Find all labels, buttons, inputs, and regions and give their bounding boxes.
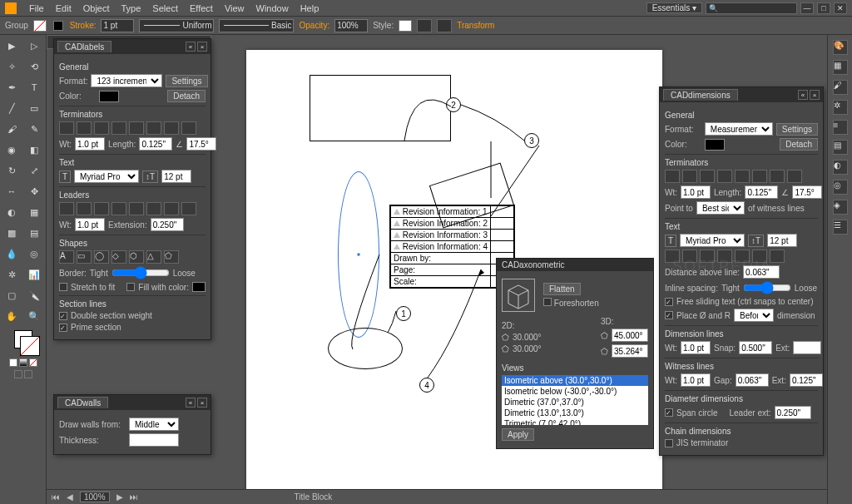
close-button[interactable]: ✕	[834, 2, 847, 14]
brush-uniform[interactable]: Uniform	[139, 19, 214, 32]
dim-font-size-input[interactable]	[767, 234, 797, 247]
graphic-styles-panel-icon[interactable]: ◈	[833, 200, 848, 215]
length-input[interactable]	[139, 137, 172, 151]
paintbrush-tool[interactable]: 🖌	[2, 120, 22, 138]
workspace-switcher[interactable]: Essentials ▾	[646, 2, 702, 13]
gradient-panel-icon[interactable]: ▤	[833, 140, 848, 155]
dim-format-select[interactable]: Measurement	[705, 122, 773, 136]
3d-icon-2[interactable]: ⬠	[601, 347, 608, 356]
cad-dimensions-tab[interactable]: CADdimensions	[663, 89, 738, 101]
settings-button[interactable]: Settings	[166, 75, 207, 87]
eyedropper-tool[interactable]: 💧	[2, 245, 22, 263]
transform-label[interactable]: Transform	[457, 21, 494, 30]
layers-panel-icon[interactable]: ☰	[833, 220, 848, 235]
zoom-level[interactable]: 100%	[80, 492, 110, 502]
menu-edit[interactable]: Edit	[50, 3, 77, 13]
swatches-panel-icon[interactable]: ▦	[833, 60, 848, 75]
artboard-nav-last-icon[interactable]: ⏭	[130, 492, 138, 502]
gradient-tool[interactable]: ▤	[24, 224, 44, 242]
wt-input[interactable]	[75, 137, 105, 151]
dim-detach-button[interactable]: Detach	[780, 138, 818, 151]
pen-tool[interactable]: ✒	[2, 78, 22, 96]
format-select[interactable]: 123 incremental	[91, 74, 162, 87]
views-list[interactable]: Isometric above (30.0°,30.0°) Isometric …	[502, 375, 648, 425]
blend-tool[interactable]: ◎	[24, 245, 44, 263]
leader-ext-input[interactable]	[775, 406, 811, 419]
artboard-nav-first-icon[interactable]: ⏮	[52, 492, 60, 502]
color-panel-icon[interactable]: 🎨	[833, 40, 848, 55]
mesh-tool[interactable]: ▩	[2, 224, 22, 242]
minimize-button[interactable]: —	[800, 2, 814, 14]
menu-window[interactable]: Window	[250, 3, 295, 13]
menu-type[interactable]: Type	[116, 3, 147, 13]
artboard-nav-prev-icon[interactable]: ◀	[67, 492, 73, 502]
flatten-button[interactable]: Flatten	[543, 283, 581, 295]
fill-color-swatch[interactable]	[192, 282, 206, 292]
screen-mode-buttons[interactable]	[14, 370, 32, 378]
pencil-tool[interactable]: ✎	[24, 120, 44, 138]
3d-icon-1[interactable]: ⬠	[601, 331, 608, 340]
border-slider[interactable]	[111, 266, 170, 279]
slice-tool[interactable]: 🔪	[24, 286, 44, 304]
magic-wand-tool[interactable]: ✧	[2, 57, 22, 76]
gap-input[interactable]	[736, 373, 769, 387]
dimline-ext-input[interactable]	[793, 341, 821, 354]
span-circle-checkbox[interactable]	[665, 408, 673, 417]
shape-builder-tool[interactable]: ◐	[2, 203, 22, 221]
terminator-icons[interactable]	[59, 121, 206, 135]
eraser-tool[interactable]: ◧	[24, 141, 44, 159]
dim-terminator-icons[interactable]	[665, 170, 818, 183]
zoom-tool[interactable]: 🔍	[24, 307, 44, 325]
perspective-tool[interactable]: ▦	[24, 203, 44, 221]
color-mode-buttons[interactable]	[9, 358, 37, 367]
angle-input[interactable]	[186, 137, 216, 151]
extension-input[interactable]	[151, 218, 184, 231]
dim-settings-button[interactable]: Settings	[776, 123, 818, 136]
direct-selection-tool[interactable]: ▷	[24, 37, 44, 55]
witness-ext-input[interactable]	[790, 373, 823, 387]
graphic-style-basic[interactable]: Basic	[219, 19, 294, 32]
leader-style-icons[interactable]	[59, 202, 206, 215]
dim-text-icon[interactable]: T	[665, 235, 676, 247]
3d-angle-2-input[interactable]	[612, 344, 648, 358]
dimline-wt-input[interactable]	[681, 341, 711, 354]
grid-icon[interactable]	[356, 2, 369, 14]
dim-text-size-icon[interactable]: ↕T	[748, 235, 764, 247]
menu-effect[interactable]: Effect	[184, 3, 219, 13]
prime-section-checkbox[interactable]	[59, 324, 67, 332]
dim-font-select[interactable]: Myriad Pro	[680, 234, 745, 247]
fill-swatch[interactable]	[33, 20, 47, 32]
draw-walls-select[interactable]: Middle	[129, 418, 179, 431]
recolor-icon[interactable]	[417, 19, 432, 32]
free-transform-tool[interactable]: ✥	[24, 182, 44, 200]
stroke-panel-icon[interactable]: ≡	[833, 120, 848, 135]
pointto-select[interactable]: Best side	[696, 201, 745, 215]
place-diameter-checkbox[interactable]	[665, 311, 673, 319]
dim-close-icon[interactable]: ×	[810, 90, 820, 100]
lasso-tool[interactable]: ⟲	[24, 57, 44, 76]
walls-close-icon[interactable]: ×	[197, 398, 207, 408]
2d-icon-2[interactable]: ⬠	[502, 344, 509, 353]
line-tool[interactable]: ╱	[2, 99, 22, 117]
dim-collapse-icon[interactable]: «	[798, 90, 808, 100]
stretch-checkbox[interactable]	[59, 283, 67, 291]
rotate-tool[interactable]: ↻	[2, 161, 22, 180]
menu-object[interactable]: Object	[77, 3, 116, 13]
dim-wt-input[interactable]	[681, 185, 711, 199]
axon-delete-icon[interactable]	[637, 429, 648, 441]
leader-wt-input[interactable]	[75, 218, 105, 231]
walls-collapse-icon[interactable]: «	[186, 398, 196, 408]
free-sliding-checkbox[interactable]	[665, 298, 673, 306]
inline-spacing-slider[interactable]	[743, 281, 791, 294]
menu-view[interactable]: View	[219, 3, 250, 13]
apply-button[interactable]: Apply	[502, 428, 534, 441]
symbol-sprayer-tool[interactable]: ✲	[2, 265, 22, 284]
hand-tool[interactable]: ✋	[2, 307, 22, 325]
style-swatch[interactable]	[399, 20, 412, 32]
color-swatch[interactable]	[99, 91, 119, 102]
stroke-weight-input[interactable]	[101, 19, 134, 32]
3d-angle-1-input[interactable]	[612, 329, 648, 342]
maximize-button[interactable]: □	[817, 2, 830, 14]
type-tool[interactable]: T	[24, 78, 44, 96]
rectangle-tool[interactable]: ▭	[24, 99, 44, 117]
